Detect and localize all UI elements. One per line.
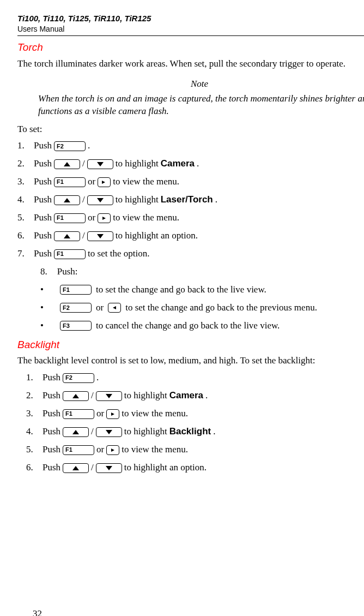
bullet-icon: • — [40, 320, 56, 332]
step-number: 5. — [17, 212, 32, 224]
down-key — [96, 391, 122, 401]
bullet-text: to set the change and go back to the pre… — [125, 302, 317, 314]
step-text: Push — [34, 176, 52, 188]
step-text: . — [96, 372, 99, 384]
up-key — [54, 159, 80, 169]
svg-marker-22 — [111, 448, 114, 452]
step-text: / — [91, 390, 94, 402]
section-title-backlight: Backlight — [17, 338, 364, 352]
bullet-text: to cancel the change and go back to the … — [96, 320, 280, 332]
step-text: to view the menu. — [113, 212, 179, 224]
bullet-icon: • — [40, 302, 56, 314]
step-number: 2. — [17, 158, 32, 170]
doc-header-title: Ti100, Ti110, Ti125, TiR110, TiR125 — [17, 13, 364, 24]
up-key — [63, 463, 89, 473]
highlight-target: Laser/Torch — [161, 194, 213, 206]
step-text: or — [88, 212, 95, 224]
step-text: Push — [43, 426, 60, 438]
step-text: / — [91, 462, 94, 474]
svg-marker-23 — [72, 466, 79, 470]
bullet-text: or — [96, 302, 104, 314]
f1-key: F1 — [54, 213, 86, 223]
step-text: to set the option. — [88, 248, 149, 260]
step: 8. Push: — [40, 266, 364, 278]
f1-key: F1 — [54, 249, 86, 259]
torch-steps: 1. Push F2 . 2. Push / to highlight Came… — [17, 140, 364, 260]
f3-key: F3 — [60, 321, 92, 331]
step-text: . — [88, 140, 90, 152]
svg-marker-1 — [97, 162, 104, 166]
highlight-target: Camera — [161, 158, 195, 170]
step-text: . — [215, 194, 217, 206]
header-rule — [17, 35, 364, 36]
step-number: 4. — [17, 194, 32, 206]
step-text: . — [205, 390, 208, 402]
f1-key: F1 — [63, 409, 94, 419]
step-text: to highlight — [116, 194, 159, 206]
step-number: 4. — [17, 426, 40, 438]
up-key — [54, 231, 80, 241]
right-key — [98, 213, 111, 223]
step-number: 6. — [17, 230, 32, 242]
step-text: / — [82, 158, 85, 170]
svg-marker-17 — [72, 394, 79, 398]
step-number: 1. — [17, 140, 32, 152]
svg-marker-11 — [64, 198, 70, 202]
svg-marker-12 — [97, 198, 104, 202]
svg-marker-21 — [106, 430, 112, 434]
f2-key: F2 — [63, 373, 94, 383]
step: 3. Push F1 or to view the menu. — [17, 408, 364, 420]
step-text: Push — [34, 230, 52, 242]
svg-marker-0 — [64, 162, 70, 166]
backlight-intro: The backlight level control is set to lo… — [17, 355, 364, 367]
svg-marker-20 — [72, 430, 79, 434]
step-text: Push — [34, 194, 52, 206]
step-text: to highlight — [116, 158, 159, 170]
svg-marker-24 — [106, 466, 112, 470]
svg-marker-13 — [102, 217, 106, 220]
backlight-steps: 1. Push F2 . 2. Push / to highlight Came… — [17, 372, 364, 474]
step-text: to highlight an option. — [124, 462, 207, 474]
step-number: 1. — [17, 372, 40, 384]
step-number: 3. — [17, 176, 32, 188]
step: 1. Push F2 . — [17, 140, 364, 152]
bullet: • F3 to cancel the change and go back to… — [40, 320, 364, 332]
f2-key: F2 — [54, 141, 86, 151]
step-text: Push — [43, 462, 60, 474]
f2-key: F2 — [60, 303, 92, 313]
step-text: or — [88, 176, 95, 188]
step-text: to view the menu. — [113, 176, 179, 188]
left-key — [108, 303, 121, 313]
step-text: Push — [34, 158, 52, 170]
bullet: • F1 to set the change and go back to th… — [40, 284, 364, 296]
step-text: to view the menu. — [122, 444, 188, 456]
up-key — [63, 391, 89, 401]
f1-key: F1 — [54, 177, 86, 187]
doc-header-subtitle: Users Manual — [17, 24, 364, 34]
step-text: Push: — [57, 266, 78, 278]
step-text: / — [91, 426, 94, 438]
step: 6. Push / to highlight an option. — [17, 462, 364, 474]
step-number: 5. — [17, 444, 40, 456]
step: 5. Push F1 or to view the menu. — [17, 212, 364, 224]
svg-marker-15 — [97, 234, 104, 238]
down-key — [87, 231, 113, 241]
step: 2. Push / to highlight Camera . — [17, 390, 364, 402]
step: 5. Push F1 or to view the menu. — [17, 444, 364, 456]
step-text: Push — [34, 248, 52, 260]
step-text: . — [197, 158, 199, 170]
page-number: 32 — [33, 608, 42, 616]
step-text: Push — [43, 390, 60, 402]
right-key — [98, 177, 111, 187]
step-text: Push — [34, 140, 52, 152]
down-key — [96, 463, 122, 473]
svg-marker-16 — [113, 306, 116, 309]
step-text: . — [213, 426, 215, 438]
f1-key: F1 — [63, 445, 94, 455]
step: 6. Push / to highlight an option. — [17, 230, 364, 242]
step-number: 3. — [17, 408, 40, 420]
svg-marker-18 — [106, 394, 112, 398]
bullet: • F2 or to set the change and go back to… — [40, 302, 364, 314]
right-key — [106, 445, 119, 455]
step-text: to highlight — [124, 390, 167, 402]
